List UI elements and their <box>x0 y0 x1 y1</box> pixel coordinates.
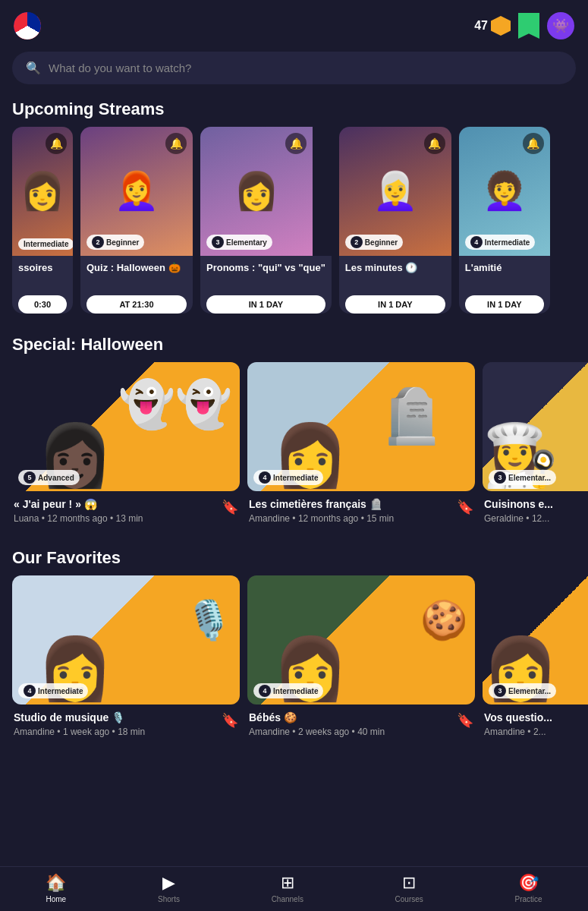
favorites-section: Our Favorites 👩 🎙️ 4 Intermediate Studio… <box>0 544 588 751</box>
nav-item-practice[interactable]: 🎯 Practice <box>515 873 542 903</box>
video-info: Bébés 🍪 Amandine • 2 weeks ago • 40 min <box>249 711 457 737</box>
level-badge: 4 Intermediate <box>253 470 323 485</box>
mic-decoration: 🎙️ <box>185 598 232 642</box>
video-card[interactable]: 👩 🪦 4 Intermediate Les cimetières frança… <box>247 362 475 527</box>
level-num: 3 <box>212 236 224 248</box>
upcoming-streams-title: Upcoming Streams <box>0 95 588 127</box>
stream-card[interactable]: 🔔 Intermediate 👩 ssoires 0:30 <box>12 127 73 314</box>
video-title: Studio de musique 🎙️ <box>14 711 222 724</box>
video-meta: « J'ai peur ! » 😱 Luana • 12 months ago … <box>12 491 240 527</box>
courses-icon: ⊡ <box>402 873 416 893</box>
upcoming-streams-section: Upcoming Streams 🔔 Intermediate 👩 ssoire… <box>0 95 588 324</box>
stream-time: AT 21:30 <box>86 295 187 314</box>
streams-scroll-container[interactable]: 🔔 Intermediate 👩 ssoires 0:30 🔔 2 <box>0 127 588 324</box>
favorites-video-grid: 👩 🎙️ 4 Intermediate Studio de musique 🎙️… <box>0 575 588 751</box>
bell-icon[interactable]: 🔔 <box>424 133 445 154</box>
level-text: Elementar... <box>508 474 551 482</box>
video-title: Bébés 🍪 <box>249 711 457 724</box>
nav-label-shorts: Shorts <box>158 895 180 903</box>
halloween-section: Special: Halloween 👩🏿 👻👻 5 Advanced « J'… <box>0 330 588 537</box>
channels-icon: ⊞ <box>281 873 294 893</box>
level-badge: 4 Intermediate <box>253 683 323 698</box>
coin-counter: 47 <box>474 16 511 36</box>
level-text: Intermediate <box>38 687 83 695</box>
video-meta: Cuisinons e... Geraldine • 12... <box>483 491 588 527</box>
bookmark-button[interactable]: 🔖 <box>222 711 238 730</box>
stream-card[interactable]: 🔔 4 Intermediate 👩‍🦱 L'amitié IN 1 DAY <box>459 127 550 314</box>
stream-title: Quiz : Halloween 🎃 <box>86 262 187 289</box>
level-text: Intermediate <box>485 238 530 247</box>
video-thumbnail: 👩🏿 👻👻 5 Advanced <box>12 362 240 491</box>
video-title: Cuisinons e... <box>484 497 588 511</box>
bell-icon[interactable]: 🔔 <box>523 133 544 154</box>
video-title: « J'ai peur ! » 😱 <box>14 497 222 511</box>
bookmark-button[interactable]: 🔖 <box>222 497 238 517</box>
home-icon: 🏠 <box>46 873 66 893</box>
search-bar[interactable]: 🔍 What do you want to watch? <box>12 52 576 84</box>
video-thumbnail: 👩 🍪 4 Intermediate <box>247 575 475 705</box>
video-card[interactable]: 👩 3 Elementar... Vos questio... Amandine… <box>483 575 588 740</box>
stream-card[interactable]: 🔔 2 Beginner 👩‍🦳 Les minutes 🕐 IN 1 DAY <box>339 127 451 314</box>
stream-title: ssoires <box>18 262 67 289</box>
nav-label-courses: Courses <box>395 895 423 903</box>
level-num: 5 <box>24 471 36 484</box>
level-badge: 2 Beginner <box>345 235 403 250</box>
nav-item-courses[interactable]: ⊡ Courses <box>395 873 423 903</box>
stream-time: 0:30 <box>18 295 67 314</box>
shorts-icon: ▶ <box>162 873 175 893</box>
level-badge: 4 Intermediate <box>465 235 535 250</box>
level-text: Advanced <box>38 474 74 482</box>
bookmark-button[interactable]: 🔖 <box>457 711 473 730</box>
halloween-section-title: Special: Halloween <box>0 330 588 362</box>
language-flag[interactable] <box>14 12 41 39</box>
nav-label-home: Home <box>46 895 67 903</box>
level-num: 4 <box>24 685 36 697</box>
bell-icon[interactable]: 🔔 <box>46 133 67 154</box>
search-icon: 🔍 <box>26 61 41 75</box>
level-num: 2 <box>351 236 363 248</box>
level-badge: 5 Advanced <box>18 470 80 485</box>
level-text: Intermediate <box>24 240 68 248</box>
video-thumbnail: 👩‍🍳 3 Elementar... <box>483 362 588 491</box>
bookmark-icon[interactable] <box>518 13 539 39</box>
video-title: Vos questio... <box>484 711 588 724</box>
nav-item-shorts[interactable]: ▶ Shorts <box>158 873 180 903</box>
video-meta: Vos questio... Amandine • 2... <box>483 705 588 740</box>
bottom-navigation: 🏠 Home ▶ Shorts ⊞ Channels ⊡ Courses 🎯 P… <box>0 866 588 911</box>
bookmark-button[interactable]: 🔖 <box>457 497 473 517</box>
video-subtitle: Geraldine • 12... <box>484 513 588 524</box>
level-badge: 3 Elementary <box>206 235 272 250</box>
nav-label-practice: Practice <box>515 895 542 903</box>
video-card[interactable]: 👩 🍪 4 Intermediate Bébés 🍪 Amandine • 2 … <box>247 575 475 740</box>
practice-icon: 🎯 <box>518 873 539 893</box>
video-thumbnail: 👩 3 Elementar... <box>483 575 588 705</box>
video-card[interactable]: 👩 🎙️ 4 Intermediate Studio de musique 🎙️… <box>12 575 240 740</box>
level-text: Beginner <box>106 238 139 247</box>
stream-card[interactable]: 🔔 3 Elementary 👩 Pronoms : "qui" vs "que… <box>200 127 332 314</box>
level-num: 4 <box>470 236 483 248</box>
level-num: 3 <box>494 685 506 697</box>
nav-item-channels[interactable]: ⊞ Channels <box>272 873 303 903</box>
stream-time: IN 1 DAY <box>345 295 445 314</box>
video-meta: Bébés 🍪 Amandine • 2 weeks ago • 40 min … <box>247 705 475 740</box>
bell-icon[interactable]: 🔔 <box>165 133 187 154</box>
level-num: 4 <box>259 471 271 484</box>
level-badge: 4 Intermediate <box>18 683 88 698</box>
nav-item-home[interactable]: 🏠 Home <box>46 873 66 903</box>
ghost-illustration: 👻👻 <box>118 377 232 431</box>
level-text: Elementary <box>226 238 267 247</box>
level-num: 4 <box>259 685 271 697</box>
bell-icon[interactable]: 🔔 <box>285 133 307 154</box>
level-text: Beginner <box>365 238 398 247</box>
video-thumbnail: 👩 🎙️ 4 Intermediate <box>12 575 240 705</box>
nav-label-channels: Channels <box>272 895 303 903</box>
level-num: 2 <box>92 236 104 248</box>
video-thumbnail: 👩 🪦 4 Intermediate <box>247 362 475 491</box>
rip-stone: 🪦 <box>379 385 445 447</box>
user-avatar[interactable]: 👾 <box>547 12 574 39</box>
stream-card[interactable]: 🔔 2 Beginner 👩‍🦰 Quiz : Halloween 🎃 AT 2… <box>80 127 193 314</box>
video-card[interactable]: 👩🏿 👻👻 5 Advanced « J'ai peur ! » 😱 Luana… <box>12 362 240 527</box>
app-header: 47 👾 <box>0 0 588 46</box>
video-info: « J'ai peur ! » 😱 Luana • 12 months ago … <box>14 497 222 524</box>
video-card[interactable]: 👩‍🍳 3 Elementar... Cuisinons e... Gerald… <box>483 362 588 527</box>
